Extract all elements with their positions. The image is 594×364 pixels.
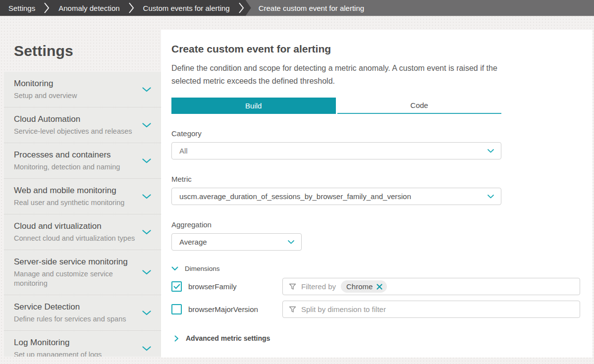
category-select[interactable]: All bbox=[171, 142, 501, 159]
chip-label: Chrome bbox=[346, 282, 373, 291]
chevron-right-separator-icon bbox=[238, 0, 245, 16]
sidebar-item-server-side-monitoring[interactable]: Server-side service monitoring Manage an… bbox=[4, 250, 161, 295]
chevron-right-separator-icon bbox=[44, 0, 50, 16]
chevron-down-icon bbox=[142, 270, 151, 275]
chevron-right-icon bbox=[174, 335, 179, 342]
metric-value: uscm.average_duration_of_sessions_by_bro… bbox=[179, 192, 411, 201]
sidebar-item-description: Define rules for services and spans bbox=[14, 314, 126, 324]
sidebar-item-label: Cloud and virtualization bbox=[14, 221, 135, 232]
aggregation-label: Aggregation bbox=[171, 220, 593, 229]
build-code-tabs: Build Code bbox=[171, 98, 501, 114]
chevron-down-icon bbox=[142, 346, 151, 351]
sidebar-item-monitoring[interactable]: Monitoring Setup and overview bbox=[4, 72, 161, 107]
sidebar-item-label: Monitoring bbox=[14, 78, 77, 89]
filter-placeholder-text: Split by dimension to filter bbox=[301, 305, 386, 313]
sidebar-item-description: Service-level objectives and releases bbox=[14, 127, 132, 136]
chevron-down-icon bbox=[288, 240, 294, 244]
sidebar-item-web-mobile-monitoring[interactable]: Web and mobile monitoring Real user and … bbox=[4, 178, 161, 214]
filter-chip-chrome: Chrome bbox=[341, 280, 387, 293]
chevron-down-icon bbox=[142, 311, 151, 315]
metric-select[interactable]: uscm.average_duration_of_sessions_by_bro… bbox=[171, 188, 501, 205]
sidebar-item-label: Cloud Automation bbox=[14, 114, 132, 125]
sidebar-item-label: Processes and containers bbox=[14, 150, 120, 160]
sidebar-item-label: Service Detection bbox=[14, 302, 126, 312]
browser-major-version-filter-input[interactable]: Split by dimension to filter bbox=[282, 301, 580, 318]
sidebar-item-log-monitoring[interactable]: Log Monitoring Set up management of logs bbox=[4, 330, 161, 357]
breadcrumb-item-create-custom-event: Create custom event for alerting bbox=[246, 0, 594, 16]
sidebar-item-label: Server-side service monitoring bbox=[14, 257, 138, 267]
page-title: Create custom event for alerting bbox=[171, 43, 593, 55]
checkmark-icon bbox=[173, 284, 180, 289]
dimension-row-browser-family: browserFamily Filtered by Chrome bbox=[171, 278, 593, 295]
sidebar-item-description: Real user and synthetic monitoring bbox=[14, 198, 124, 208]
chevron-right-separator-icon bbox=[128, 0, 135, 16]
sidebar-title: Settings bbox=[14, 43, 161, 59]
dimensions-expander[interactable]: Dimensions bbox=[171, 265, 593, 272]
breadcrumb: Settings Anomaly detection Custom events… bbox=[0, 0, 594, 16]
sidebar-item-service-detection[interactable]: Service Detection Define rules for servi… bbox=[4, 295, 161, 330]
chevron-down-icon bbox=[142, 194, 151, 199]
breadcrumb-item-custom-events[interactable]: Custom events for alerting bbox=[135, 0, 238, 16]
aggregation-value: Average bbox=[179, 238, 207, 246]
category-label: Category bbox=[171, 129, 593, 138]
browser-family-checkbox[interactable] bbox=[171, 281, 182, 292]
dimensions-label: Dimensions bbox=[185, 265, 220, 272]
sidebar-item-description: Set up management of logs bbox=[14, 350, 102, 357]
sidebar-item-label: Web and mobile monitoring bbox=[14, 185, 124, 196]
browser-major-version-checkbox[interactable] bbox=[171, 304, 182, 314]
breadcrumb-item-anomaly-detection[interactable]: Anomaly detection bbox=[50, 0, 128, 16]
chevron-down-icon bbox=[487, 195, 494, 199]
category-value: All bbox=[179, 147, 188, 155]
sidebar-item-description: Connect cloud and virtualization types bbox=[14, 234, 135, 243]
sidebar-menu: Monitoring Setup and overview Cloud Auto… bbox=[4, 72, 161, 357]
tab-build[interactable]: Build bbox=[171, 98, 336, 114]
settings-sidebar: Settings Monitoring Setup and overview C… bbox=[0, 16, 161, 364]
sidebar-item-cloud-virtualization[interactable]: Cloud and virtualization Connect cloud a… bbox=[4, 214, 161, 250]
main-panel: Create custom event for alerting Define … bbox=[161, 30, 593, 358]
sidebar-item-description: Setup and overview bbox=[14, 91, 77, 101]
browser-family-filter-input[interactable]: Filtered by Chrome bbox=[282, 278, 580, 295]
dimension-name: browserFamily bbox=[188, 282, 282, 291]
remove-filter-icon[interactable] bbox=[377, 284, 382, 290]
dimension-name: browserMajorVersion bbox=[188, 305, 282, 313]
filter-funnel-icon bbox=[289, 283, 296, 290]
sidebar-item-description: Manage and customize service monitoring bbox=[14, 269, 138, 288]
breadcrumb-item-settings[interactable]: Settings bbox=[0, 0, 44, 16]
chevron-down-icon bbox=[487, 149, 494, 153]
dimension-row-browser-major-version: browserMajorVersion Split by dimension t… bbox=[171, 301, 593, 318]
chevron-down-icon bbox=[142, 158, 151, 163]
chevron-down-icon bbox=[142, 87, 151, 92]
chevron-down-icon bbox=[142, 230, 151, 235]
sidebar-item-processes-containers[interactable]: Processes and containers Monitoring, det… bbox=[4, 143, 161, 178]
aggregation-select[interactable]: Average bbox=[171, 233, 302, 251]
advanced-metric-settings-expander[interactable]: Advanced metric settings bbox=[171, 334, 593, 342]
advanced-metric-settings-label: Advanced metric settings bbox=[186, 334, 270, 342]
chevron-down-icon bbox=[171, 266, 178, 271]
filter-funnel-icon bbox=[289, 306, 296, 313]
chevron-down-icon bbox=[142, 123, 151, 128]
filter-prefix-text: Filtered by bbox=[301, 282, 336, 291]
sidebar-item-cloud-automation[interactable]: Cloud Automation Service-level objective… bbox=[4, 107, 161, 143]
tab-code[interactable]: Code bbox=[337, 98, 502, 114]
sidebar-item-description: Monitoring, detection and naming bbox=[14, 162, 120, 172]
metric-label: Metric bbox=[171, 175, 593, 183]
sidebar-item-label: Log Monitoring bbox=[14, 337, 102, 348]
page-description: Define the condition and scope for detec… bbox=[171, 62, 518, 88]
